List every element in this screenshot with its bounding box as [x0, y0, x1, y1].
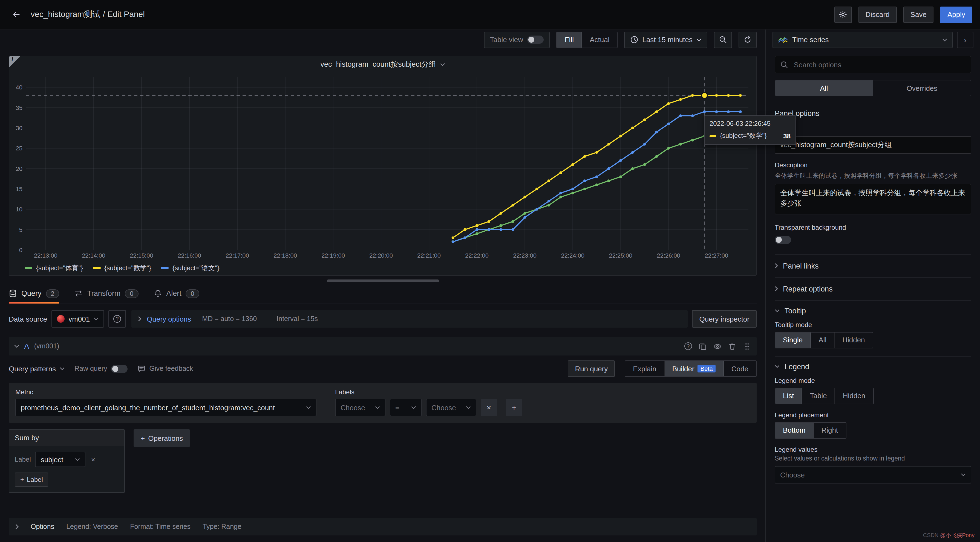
add-label-filter-button[interactable]: +	[506, 399, 522, 416]
save-button[interactable]: Save	[904, 6, 934, 23]
tooltip-mode-all[interactable]: All	[811, 332, 835, 347]
panel-title: vec_histogram_count按subject分组	[320, 60, 436, 70]
code-option[interactable]: Code	[724, 361, 756, 376]
chevron-down-icon	[75, 458, 80, 461]
tooltip-section-header[interactable]: Tooltip	[775, 307, 971, 315]
label-operator-select[interactable]: =	[390, 399, 422, 416]
actual-option[interactable]: Actual	[582, 32, 617, 47]
close-icon: ×	[91, 455, 95, 464]
table-view-label: Table view	[490, 36, 523, 44]
metric-select[interactable]: prometheus_demo_client_golang_the_number…	[15, 399, 317, 416]
query-patterns-dropdown[interactable]: Query patterns	[9, 365, 65, 373]
fill-option[interactable]: Fill	[557, 32, 582, 47]
editor-tabs: Query 2 Transform 0 Alert 0	[9, 283, 757, 304]
operations-row: Sum by Label subject ×	[9, 429, 757, 493]
back-button[interactable]	[8, 6, 24, 23]
datasource-select[interactable]: vm001	[51, 310, 104, 328]
remove-label-filter-button[interactable]: ×	[481, 399, 497, 416]
query-options-label[interactable]: Query options	[147, 315, 191, 323]
drag-handle-icon[interactable]	[743, 342, 751, 350]
query-options-footer[interactable]: Options Legend: Verbose Format: Time ser…	[9, 518, 757, 536]
datasource-help-button[interactable]: ?	[108, 310, 126, 328]
tooltip-mode-group: Single All Hidden	[775, 332, 873, 348]
apply-button[interactable]: Apply	[940, 6, 972, 23]
remove-sum-by-label-button[interactable]: ×	[90, 454, 96, 464]
footer-options-label[interactable]: Options	[31, 523, 54, 531]
query-help-icon[interactable]: ?	[684, 342, 692, 350]
panel-title-input[interactable]	[775, 136, 971, 154]
label-value-select[interactable]: Choose	[426, 399, 476, 416]
chevron-down-icon	[411, 406, 416, 409]
legend-section-header[interactable]: Legend	[775, 362, 971, 371]
legend-placement-right[interactable]: Right	[814, 423, 846, 438]
time-series-chart[interactable]: 051015202530354022:13:0022:14:0022:15:00…	[9, 73, 756, 261]
table-view-toggle[interactable]	[528, 36, 544, 44]
svg-text:22:16:00: 22:16:00	[178, 252, 201, 259]
visualization-select[interactable]: Time series	[773, 32, 953, 48]
csdn-watermark: CSDN @小飞侠Pony	[923, 532, 975, 539]
transparent-background-toggle[interactable]	[775, 235, 791, 244]
scroll-indicator[interactable]	[326, 279, 439, 282]
panel-title-menu[interactable]: vec_histogram_count按subject分组	[9, 56, 756, 73]
add-label-button[interactable]: + Label	[15, 472, 48, 487]
discard-button[interactable]: Discard	[859, 6, 897, 23]
tab-alert[interactable]: Alert 0	[154, 283, 199, 304]
legend-section: Legend Legend mode List Table Hidden Leg…	[775, 356, 971, 491]
chevron-right-icon	[15, 524, 19, 529]
options-tab-overrides[interactable]: Overrides	[873, 81, 971, 96]
zoom-out-button[interactable]	[714, 32, 732, 48]
explain-option[interactable]: Explain	[625, 361, 664, 376]
add-operation-button[interactable]: + Operations	[134, 429, 190, 447]
raw-query-toggle[interactable]	[111, 365, 127, 373]
tab-transform[interactable]: Transform 0	[75, 283, 138, 304]
label-name-select[interactable]: Choose	[335, 399, 385, 416]
sum-by-label-select[interactable]: subject	[35, 452, 86, 467]
panel-links-section[interactable]: Panel links	[775, 254, 971, 277]
legend-placement-bottom[interactable]: Bottom	[775, 423, 814, 438]
operation-label-field: Label	[15, 456, 31, 463]
tab-query[interactable]: Query 2	[9, 283, 59, 304]
legend-item[interactable]: {subject="数学"}	[93, 263, 151, 273]
duplicate-icon[interactable]	[698, 342, 707, 350]
eye-icon[interactable]	[713, 342, 722, 350]
options-search-input[interactable]	[793, 60, 966, 69]
page-title: vec_histogram测试 / Edit Panel	[31, 9, 145, 20]
run-query-button[interactable]: Run query	[568, 360, 615, 377]
time-range-picker[interactable]: Last 15 minutes	[624, 32, 707, 48]
svg-text:10: 10	[16, 206, 22, 213]
query-row-header[interactable]: A (vm001) ?	[9, 337, 757, 355]
legend-mode-list[interactable]: List	[775, 388, 802, 403]
legend-values-select[interactable]: Choose	[775, 466, 971, 483]
title-field-label: Title	[775, 125, 971, 133]
repeat-options-section[interactable]: Repeat options	[775, 277, 971, 300]
query-options-bar[interactable]: Query options MD = auto = 1360 Interval …	[131, 310, 688, 328]
comment-icon	[137, 365, 146, 373]
options-tab-all[interactable]: All	[775, 81, 873, 96]
tooltip-mode-single[interactable]: Single	[775, 332, 811, 347]
panel-description-textarea[interactable]: 全体学生叫上来的试卷，按照学科分组，每个学科各收上来多少张	[775, 184, 971, 214]
plus-icon: +	[141, 434, 145, 442]
options-search-box	[775, 56, 971, 73]
legend-mode-table[interactable]: Table	[802, 388, 835, 403]
legend-mode-hidden[interactable]: Hidden	[835, 388, 873, 403]
give-feedback-link[interactable]: Give feedback	[137, 365, 193, 373]
options-tabs: All Overrides	[775, 80, 971, 96]
tooltip-series-swatch	[710, 135, 716, 137]
interval-value: Interval = 15s	[277, 315, 318, 323]
collapse-pane-button[interactable]: ›	[957, 32, 974, 48]
settings-gear-button[interactable]	[834, 6, 852, 23]
legend-item[interactable]: {subject="语文"}	[161, 263, 219, 273]
builder-option[interactable]: Builder Beta	[665, 361, 724, 376]
refresh-button[interactable]	[738, 32, 757, 48]
operation-name[interactable]: Sum by	[9, 430, 124, 446]
query-inspector-button[interactable]: Query inspector	[692, 310, 757, 328]
legend-item[interactable]: {subject="体育"}	[25, 263, 83, 273]
chevron-right-icon	[775, 286, 778, 292]
tooltip-mode-hidden[interactable]: Hidden	[835, 332, 872, 347]
tooltip-mode-label: Tooltip mode	[775, 321, 971, 328]
transform-icon	[75, 289, 83, 298]
svg-text:22:22:00: 22:22:00	[465, 252, 488, 259]
search-icon	[780, 60, 788, 69]
tab-query-badge: 2	[46, 289, 59, 298]
trash-icon[interactable]	[728, 342, 737, 350]
